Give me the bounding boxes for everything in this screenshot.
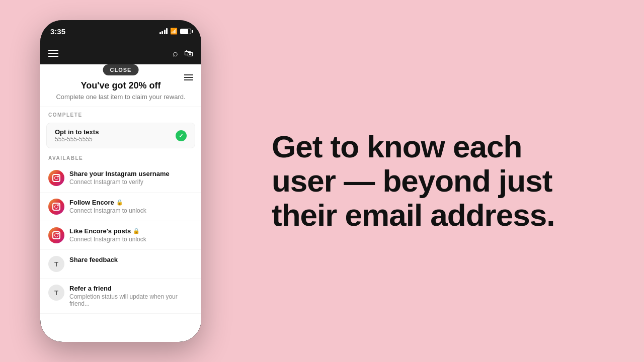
instagram-icon-inner — [52, 231, 60, 239]
completed-item: Opt in to texts 555-555-5555 — [46, 123, 195, 148]
list-item[interactable]: T Refer a friend Completion status will … — [40, 279, 201, 314]
list-item[interactable]: Follow Encore 🔒 Connect Instagram to unl… — [40, 193, 201, 221]
instagram-icon — [48, 170, 64, 186]
headline-line1: Get to know each — [272, 129, 522, 164]
list-item-title: Share feedback — [69, 256, 193, 263]
hamburger-icon[interactable] — [48, 50, 58, 57]
list-item[interactable]: Like Encore's posts 🔒 Connect Instagram … — [40, 221, 201, 250]
status-time: 3:35 — [50, 27, 65, 36]
reward-title: You've got 20% off — [48, 80, 193, 91]
status-bar: 3:35 📶 — [40, 20, 201, 42]
phone-content-area: You've got 20% off Complete one last ite… — [40, 64, 201, 342]
list-item[interactable]: Share your Instagram username Connect In… — [40, 164, 201, 193]
headline-line2: user — beyond just — [272, 163, 552, 198]
close-button[interactable]: CLOSE — [103, 64, 139, 75]
list-item-content: Refer a friend Completion status will up… — [69, 285, 193, 307]
list-item-subtitle: Connect Instagram to verify — [69, 178, 193, 186]
list-item-subtitle: Connect Instagram to unlock — [69, 236, 193, 243]
reward-subtitle: Complete one last item to claim your rew… — [48, 93, 193, 101]
text-t-icon: T — [48, 285, 64, 301]
list-item-content: Share your Instagram username Connect In… — [69, 170, 193, 186]
instagram-icon-inner — [52, 203, 60, 211]
signal-icon — [159, 28, 168, 34]
main-headline: Get to know each user — beyond just thei… — [272, 130, 554, 233]
completed-item-content: Opt in to texts 555-555-5555 — [55, 128, 171, 143]
headline-line3: their email address. — [272, 198, 554, 232]
wifi-icon: 📶 — [170, 28, 178, 35]
completed-item-value: 555-555-5555 — [55, 136, 171, 143]
lock-icon: 🔒 — [133, 228, 140, 234]
list-item-content: Follow Encore 🔒 Connect Instagram to unl… — [69, 199, 193, 214]
check-icon — [176, 130, 187, 141]
list-item-title: Like Encore's posts 🔒 — [69, 227, 193, 235]
battery-icon — [180, 29, 191, 34]
instagram-icon — [48, 227, 64, 243]
status-icons: 📶 — [159, 28, 192, 35]
list-item-title: Refer a friend — [69, 285, 193, 292]
completed-item-title: Opt in to texts — [55, 128, 171, 136]
content-menu-icon[interactable] — [184, 74, 193, 80]
list-item[interactable]: T Share feedback — [40, 250, 201, 279]
phone-mockup-container: 3:35 📶 ⌕ 🛍 CLOSE — [0, 0, 242, 362]
list-item-title: Share your Instagram username — [69, 170, 193, 177]
instagram-icon-inner — [52, 174, 60, 182]
list-item-content: Like Encore's posts 🔒 Connect Instagram … — [69, 227, 193, 243]
instagram-icon — [48, 199, 64, 215]
right-content-area: Get to know each user — beyond just thei… — [242, 110, 644, 253]
nav-bar: ⌕ 🛍 — [40, 42, 201, 64]
search-icon[interactable]: ⌕ — [173, 48, 178, 59]
nav-right-icons: ⌕ 🛍 — [173, 48, 193, 59]
text-t-icon: T — [48, 256, 64, 272]
list-item-subtitle: Completion status will update when your … — [69, 293, 193, 307]
phone-frame: 3:35 📶 ⌕ 🛍 CLOSE — [40, 20, 201, 342]
cart-icon[interactable]: 🛍 — [184, 48, 193, 59]
lock-icon: 🔒 — [116, 199, 123, 206]
list-item-title: Follow Encore 🔒 — [69, 199, 193, 206]
available-section-label: AVAILABLE — [40, 150, 201, 164]
complete-section-label: COMPLETE — [40, 107, 201, 121]
list-item-content: Share feedback — [69, 256, 193, 263]
list-item-subtitle: Connect Instagram to unlock — [69, 207, 193, 214]
